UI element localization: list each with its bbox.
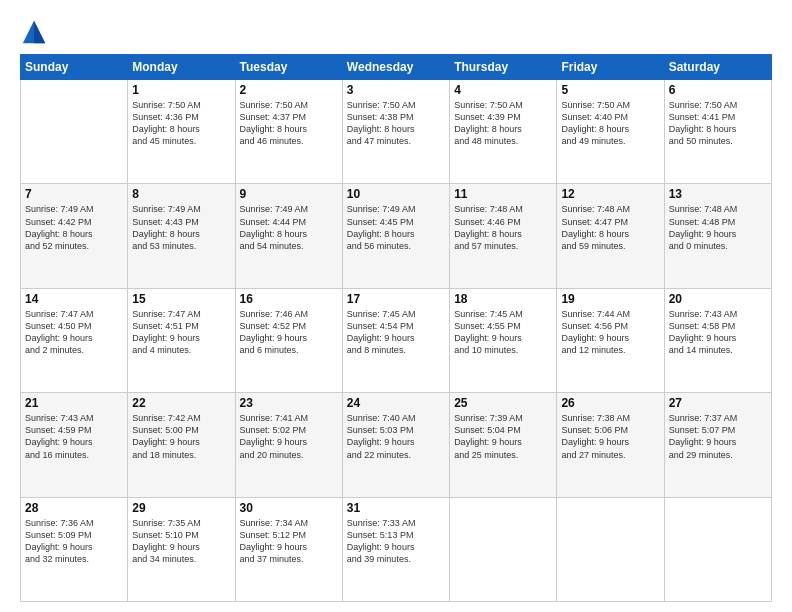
day-number: 24: [347, 396, 445, 410]
cell-info: Sunrise: 7:44 AM Sunset: 4:56 PM Dayligh…: [561, 308, 659, 357]
week-row-4: 28Sunrise: 7:36 AM Sunset: 5:09 PM Dayli…: [21, 497, 772, 601]
cell-info: Sunrise: 7:38 AM Sunset: 5:06 PM Dayligh…: [561, 412, 659, 461]
day-number: 12: [561, 187, 659, 201]
day-number: 15: [132, 292, 230, 306]
day-number: 13: [669, 187, 767, 201]
day-number: 27: [669, 396, 767, 410]
calendar-cell: 7Sunrise: 7:49 AM Sunset: 4:42 PM Daylig…: [21, 184, 128, 288]
day-number: 19: [561, 292, 659, 306]
calendar-cell: 24Sunrise: 7:40 AM Sunset: 5:03 PM Dayli…: [342, 393, 449, 497]
cell-info: Sunrise: 7:47 AM Sunset: 4:51 PM Dayligh…: [132, 308, 230, 357]
cell-info: Sunrise: 7:47 AM Sunset: 4:50 PM Dayligh…: [25, 308, 123, 357]
calendar-cell: [557, 497, 664, 601]
day-number: 18: [454, 292, 552, 306]
calendar-cell: 20Sunrise: 7:43 AM Sunset: 4:58 PM Dayli…: [664, 288, 771, 392]
day-number: 1: [132, 83, 230, 97]
cell-info: Sunrise: 7:40 AM Sunset: 5:03 PM Dayligh…: [347, 412, 445, 461]
cell-info: Sunrise: 7:49 AM Sunset: 4:43 PM Dayligh…: [132, 203, 230, 252]
calendar-cell: 1Sunrise: 7:50 AM Sunset: 4:36 PM Daylig…: [128, 80, 235, 184]
calendar-cell: 6Sunrise: 7:50 AM Sunset: 4:41 PM Daylig…: [664, 80, 771, 184]
day-number: 21: [25, 396, 123, 410]
cell-info: Sunrise: 7:49 AM Sunset: 4:42 PM Dayligh…: [25, 203, 123, 252]
day-number: 26: [561, 396, 659, 410]
weekday-header-sunday: Sunday: [21, 55, 128, 80]
calendar-cell: 26Sunrise: 7:38 AM Sunset: 5:06 PM Dayli…: [557, 393, 664, 497]
calendar-cell: 18Sunrise: 7:45 AM Sunset: 4:55 PM Dayli…: [450, 288, 557, 392]
day-number: 14: [25, 292, 123, 306]
calendar-cell: 11Sunrise: 7:48 AM Sunset: 4:46 PM Dayli…: [450, 184, 557, 288]
day-number: 9: [240, 187, 338, 201]
cell-info: Sunrise: 7:48 AM Sunset: 4:47 PM Dayligh…: [561, 203, 659, 252]
weekday-header-tuesday: Tuesday: [235, 55, 342, 80]
day-number: 7: [25, 187, 123, 201]
week-row-1: 7Sunrise: 7:49 AM Sunset: 4:42 PM Daylig…: [21, 184, 772, 288]
day-number: 4: [454, 83, 552, 97]
calendar-cell: 23Sunrise: 7:41 AM Sunset: 5:02 PM Dayli…: [235, 393, 342, 497]
calendar-cell: 30Sunrise: 7:34 AM Sunset: 5:12 PM Dayli…: [235, 497, 342, 601]
day-number: 11: [454, 187, 552, 201]
header: [20, 18, 772, 46]
weekday-row: SundayMondayTuesdayWednesdayThursdayFrid…: [21, 55, 772, 80]
calendar-cell: 17Sunrise: 7:45 AM Sunset: 4:54 PM Dayli…: [342, 288, 449, 392]
calendar-header: SundayMondayTuesdayWednesdayThursdayFrid…: [21, 55, 772, 80]
weekday-header-monday: Monday: [128, 55, 235, 80]
cell-info: Sunrise: 7:50 AM Sunset: 4:36 PM Dayligh…: [132, 99, 230, 148]
cell-info: Sunrise: 7:42 AM Sunset: 5:00 PM Dayligh…: [132, 412, 230, 461]
cell-info: Sunrise: 7:39 AM Sunset: 5:04 PM Dayligh…: [454, 412, 552, 461]
cell-info: Sunrise: 7:48 AM Sunset: 4:48 PM Dayligh…: [669, 203, 767, 252]
cell-info: Sunrise: 7:35 AM Sunset: 5:10 PM Dayligh…: [132, 517, 230, 566]
cell-info: Sunrise: 7:33 AM Sunset: 5:13 PM Dayligh…: [347, 517, 445, 566]
cell-info: Sunrise: 7:37 AM Sunset: 5:07 PM Dayligh…: [669, 412, 767, 461]
svg-marker-1: [34, 21, 45, 43]
day-number: 30: [240, 501, 338, 515]
calendar-cell: 10Sunrise: 7:49 AM Sunset: 4:45 PM Dayli…: [342, 184, 449, 288]
calendar-cell: 21Sunrise: 7:43 AM Sunset: 4:59 PM Dayli…: [21, 393, 128, 497]
weekday-header-saturday: Saturday: [664, 55, 771, 80]
day-number: 2: [240, 83, 338, 97]
calendar-cell: 22Sunrise: 7:42 AM Sunset: 5:00 PM Dayli…: [128, 393, 235, 497]
cell-info: Sunrise: 7:45 AM Sunset: 4:55 PM Dayligh…: [454, 308, 552, 357]
day-number: 17: [347, 292, 445, 306]
calendar-cell: 2Sunrise: 7:50 AM Sunset: 4:37 PM Daylig…: [235, 80, 342, 184]
day-number: 25: [454, 396, 552, 410]
calendar-cell: 25Sunrise: 7:39 AM Sunset: 5:04 PM Dayli…: [450, 393, 557, 497]
day-number: 20: [669, 292, 767, 306]
day-number: 28: [25, 501, 123, 515]
calendar-cell: 12Sunrise: 7:48 AM Sunset: 4:47 PM Dayli…: [557, 184, 664, 288]
day-number: 3: [347, 83, 445, 97]
calendar-cell: 27Sunrise: 7:37 AM Sunset: 5:07 PM Dayli…: [664, 393, 771, 497]
calendar-cell: [21, 80, 128, 184]
calendar-cell: 28Sunrise: 7:36 AM Sunset: 5:09 PM Dayli…: [21, 497, 128, 601]
day-number: 16: [240, 292, 338, 306]
day-number: 5: [561, 83, 659, 97]
day-number: 31: [347, 501, 445, 515]
calendar-cell: 5Sunrise: 7:50 AM Sunset: 4:40 PM Daylig…: [557, 80, 664, 184]
weekday-header-thursday: Thursday: [450, 55, 557, 80]
day-number: 22: [132, 396, 230, 410]
cell-info: Sunrise: 7:36 AM Sunset: 5:09 PM Dayligh…: [25, 517, 123, 566]
logo-icon: [20, 18, 48, 46]
calendar-cell: 15Sunrise: 7:47 AM Sunset: 4:51 PM Dayli…: [128, 288, 235, 392]
cell-info: Sunrise: 7:43 AM Sunset: 4:59 PM Dayligh…: [25, 412, 123, 461]
calendar-cell: [664, 497, 771, 601]
calendar-cell: 13Sunrise: 7:48 AM Sunset: 4:48 PM Dayli…: [664, 184, 771, 288]
cell-info: Sunrise: 7:45 AM Sunset: 4:54 PM Dayligh…: [347, 308, 445, 357]
cell-info: Sunrise: 7:50 AM Sunset: 4:41 PM Dayligh…: [669, 99, 767, 148]
calendar-cell: 14Sunrise: 7:47 AM Sunset: 4:50 PM Dayli…: [21, 288, 128, 392]
cell-info: Sunrise: 7:50 AM Sunset: 4:37 PM Dayligh…: [240, 99, 338, 148]
page: SundayMondayTuesdayWednesdayThursdayFrid…: [0, 0, 792, 612]
calendar-body: 1Sunrise: 7:50 AM Sunset: 4:36 PM Daylig…: [21, 80, 772, 602]
cell-info: Sunrise: 7:50 AM Sunset: 4:40 PM Dayligh…: [561, 99, 659, 148]
calendar-cell: 9Sunrise: 7:49 AM Sunset: 4:44 PM Daylig…: [235, 184, 342, 288]
cell-info: Sunrise: 7:50 AM Sunset: 4:39 PM Dayligh…: [454, 99, 552, 148]
calendar-cell: [450, 497, 557, 601]
day-number: 10: [347, 187, 445, 201]
logo: [20, 18, 52, 46]
cell-info: Sunrise: 7:34 AM Sunset: 5:12 PM Dayligh…: [240, 517, 338, 566]
week-row-0: 1Sunrise: 7:50 AM Sunset: 4:36 PM Daylig…: [21, 80, 772, 184]
calendar-cell: 16Sunrise: 7:46 AM Sunset: 4:52 PM Dayli…: [235, 288, 342, 392]
calendar-cell: 29Sunrise: 7:35 AM Sunset: 5:10 PM Dayli…: [128, 497, 235, 601]
cell-info: Sunrise: 7:49 AM Sunset: 4:45 PM Dayligh…: [347, 203, 445, 252]
cell-info: Sunrise: 7:48 AM Sunset: 4:46 PM Dayligh…: [454, 203, 552, 252]
cell-info: Sunrise: 7:50 AM Sunset: 4:38 PM Dayligh…: [347, 99, 445, 148]
